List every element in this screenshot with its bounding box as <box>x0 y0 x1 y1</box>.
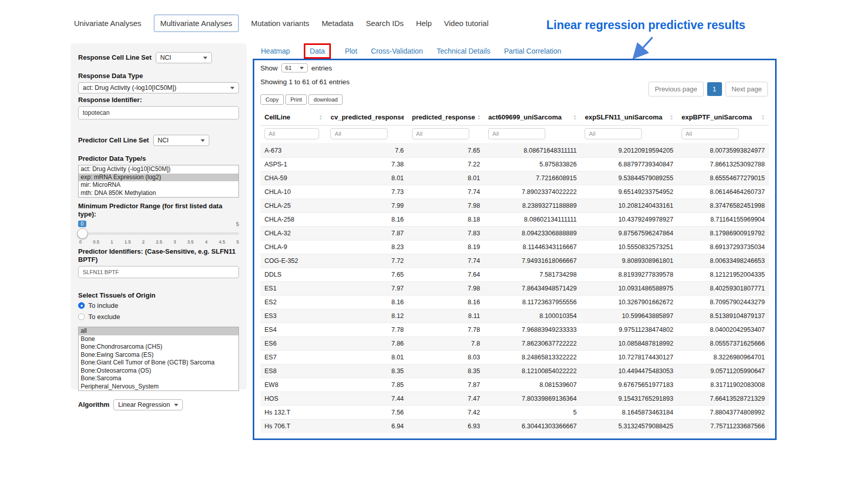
result-tab[interactable]: Technical Details <box>437 44 490 58</box>
next-page-button[interactable]: Next page <box>726 82 768 96</box>
sort-icon[interactable]: ▲▼ <box>573 114 577 120</box>
algorithm-select[interactable]: Linear Regression <box>113 399 182 410</box>
column-filter-input[interactable] <box>264 128 319 139</box>
column-header[interactable]: act609699_uniSarcoma ▲▼ <box>484 109 581 126</box>
nav-item[interactable]: Search IDs <box>366 15 403 31</box>
table-row[interactable]: CHLA-9 8.23 8.19 8.11446343116667 10.555… <box>260 240 769 254</box>
predictor-cell-line-set-select[interactable]: NCI <box>153 135 209 146</box>
listbox-option[interactable]: Peripheral_Nervous_System <box>79 383 238 391</box>
table-row[interactable]: HOS 7.44 7.47 7.80339869136364 9.1543176… <box>260 392 769 406</box>
table-row[interactable]: COG-E-352 7.72 7.74 7.94931618066667 9.8… <box>260 254 769 268</box>
slider-tick-label: 5 <box>236 239 239 245</box>
predictor-identifiers-input[interactable] <box>78 266 239 278</box>
nav-item[interactable]: Mutation variants <box>251 15 309 31</box>
listbox-option[interactable]: mth: DNA 850K Methylation <box>79 189 238 198</box>
column-header[interactable]: CellLine ▲▼ <box>260 109 326 126</box>
cellline-cell: CHLA-25 <box>260 199 326 213</box>
sort-icon[interactable]: ▲▼ <box>477 114 480 120</box>
column-header[interactable]: predicted_response ▲▼ <box>408 109 484 126</box>
table-row[interactable]: CHLA-10 7.73 7.74 7.89023374022222 9.651… <box>260 185 769 199</box>
table-row[interactable]: EW8 7.85 7.87 8.081539607 9.676756519771… <box>260 378 769 392</box>
current-page-button[interactable]: 1 <box>707 82 722 96</box>
sort-icon[interactable]: ▲▼ <box>319 114 323 120</box>
tissue-radio-option[interactable]: To include <box>78 302 239 309</box>
result-tab[interactable]: Heatmap <box>261 44 290 58</box>
export-button[interactable]: Copy <box>260 94 284 105</box>
table-row[interactable]: ES6 7.86 7.8 7.86230637722222 10.0858487… <box>260 337 769 351</box>
response-cell-line-set-select[interactable]: NCI <box>156 52 212 63</box>
expslfn11-cell: 9.20120919594205 <box>581 144 677 158</box>
listbox-option[interactable]: act: Drug Activity (-log10[IC50M]) <box>79 165 238 174</box>
slider-tick-label: 2 <box>142 239 144 245</box>
column-header[interactable]: expSLFN11_uniSarcoma ▲▼ <box>581 109 677 126</box>
nav-item-label: Metadata <box>322 19 354 28</box>
show-label: Show <box>260 64 278 72</box>
response-identifier-input[interactable] <box>78 106 239 119</box>
column-filter-input[interactable] <box>488 128 545 139</box>
table-row[interactable]: CHA-59 8.01 8.01 7.7216608915 9.53844579… <box>260 172 769 185</box>
table-row[interactable]: ES4 7.78 7.78 7.96883949233333 9.9751123… <box>260 323 769 337</box>
result-tab[interactable]: Cross-Validation <box>371 44 423 58</box>
listbox-option[interactable]: Bone:Sarcoma <box>79 375 238 383</box>
expslfn11-cell: 10.3267901662672 <box>581 296 677 309</box>
column-filter-input[interactable] <box>682 128 739 139</box>
result-tab[interactable]: Data <box>304 43 331 59</box>
column-filter-input[interactable] <box>330 128 388 139</box>
listbox-option-label: Peripheral_Nervous_System <box>81 383 159 390</box>
table-row[interactable]: ES2 8.16 8.16 8.11723637955556 10.326790… <box>260 296 769 309</box>
predictor-cell-line-set-label: Predictor Cell Line Set <box>78 136 149 144</box>
table-row[interactable]: ES7 8.01 8.03 8.24865813322222 10.727817… <box>260 351 769 364</box>
listbox-option[interactable]: Bone:Chondrosarcoma (CHS) <box>79 343 238 351</box>
cv-predicted-response-cell: 7.65 <box>326 268 407 282</box>
nav-item[interactable]: Univariate Analyses <box>74 15 141 31</box>
table-row[interactable]: ASPS-1 7.38 7.22 5.875833826 6.887977393… <box>260 158 769 172</box>
expbptf-cell: 8.04002042953407 <box>678 323 769 337</box>
result-tab[interactable]: Plot <box>345 44 357 58</box>
table-row[interactable]: ES8 8.35 8.35 8.12100854022222 10.449447… <box>260 364 769 378</box>
table-row[interactable]: Hs 132.T 7.56 7.42 5 8.1645873463184 7.8… <box>260 406 769 420</box>
column-filter-input[interactable] <box>585 128 642 139</box>
predicted-response-cell: 7.74 <box>408 254 484 268</box>
listbox-option[interactable]: Bone <box>79 335 238 344</box>
listbox-option[interactable]: exp: mRNA Expression (log2) <box>79 174 238 182</box>
sort-icon[interactable]: ▲▼ <box>761 114 765 120</box>
nav-item[interactable]: Multivariate Analyses <box>154 14 239 32</box>
table-row[interactable]: A-673 7.6 7.65 8.08671648311111 9.201209… <box>260 144 769 158</box>
nav-item[interactable]: Metadata <box>322 15 354 31</box>
nav-item[interactable]: Video tutorial <box>444 15 488 31</box>
listbox-option[interactable]: mir: MicroRNA <box>79 181 238 189</box>
listbox-option[interactable]: Bone:Ewing Sarcoma (ES) <box>79 351 238 359</box>
listbox-option[interactable]: all <box>79 327 238 335</box>
table-row[interactable]: CHLA-258 8.16 8.18 8.08602134111111 10.4… <box>260 213 769 227</box>
table-row[interactable]: ES3 8.12 8.11 8.100010354 10.59964388589… <box>260 309 769 323</box>
column-header[interactable]: expBPTF_uniSarcoma ▲▼ <box>678 109 769 126</box>
export-button[interactable]: Print <box>285 94 307 105</box>
table-row[interactable]: ES1 7.97 7.98 7.86434948571429 10.093148… <box>260 282 769 296</box>
slider-track[interactable] <box>78 232 239 235</box>
slider-handle[interactable] <box>77 228 88 239</box>
sort-icon[interactable]: ▲▼ <box>670 114 673 120</box>
table-row[interactable]: CHLA-25 7.99 7.98 8.23893271188889 10.20… <box>260 199 769 213</box>
result-tab[interactable]: Partial Correlation <box>504 44 561 58</box>
response-data-type-select[interactable]: act: Drug Activity (-log10[IC50M]) <box>78 82 239 93</box>
table-row[interactable]: CHLA-32 7.87 7.83 8.09423306888889 9.875… <box>260 227 769 240</box>
act609699-cell: 7.86434948571429 <box>484 282 581 296</box>
expslfn11-cell: 10.4379249978927 <box>581 213 677 227</box>
listbox-option[interactable]: Bone:Osteosarcoma (OS) <box>79 367 238 375</box>
tissue-radio-option[interactable]: To exclude <box>78 313 239 321</box>
previous-page-button[interactable]: Previous page <box>648 82 703 96</box>
expslfn11-cell: 8.1645873463184 <box>581 406 677 420</box>
listbox-option[interactable]: Bone:Giant Cell Tumor of Bone (GCTB) Sar… <box>79 359 238 367</box>
export-button[interactable]: download <box>308 94 343 105</box>
table-row[interactable]: DDLS 7.65 7.64 7.581734298 8.81939277839… <box>260 268 769 282</box>
column-header[interactable]: cv_predicted_response ▲▼ <box>326 109 407 126</box>
column-filter-input[interactable] <box>412 128 469 139</box>
act609699-cell: 7.86230637722222 <box>484 337 581 351</box>
cv-predicted-response-cell: 7.78 <box>326 323 407 337</box>
tab-label: Cross-Validation <box>371 47 423 55</box>
table-row[interactable]: Hs 706.T 6.94 6.93 6.30441303366667 5.31… <box>260 420 769 433</box>
nav-item[interactable]: Help <box>416 15 432 31</box>
expbptf-cell: 8.71164155969904 <box>678 213 769 227</box>
expslfn11-cell: 10.0931486588975 <box>581 282 677 296</box>
entries-count-select[interactable]: 61 <box>281 63 308 72</box>
